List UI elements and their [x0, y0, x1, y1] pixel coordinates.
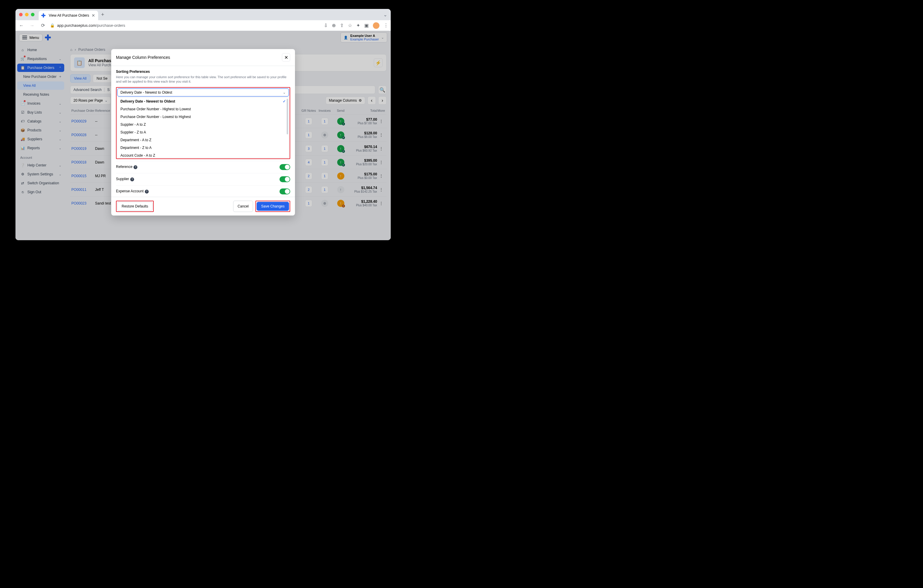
sort-option[interactable]: Supplier - Z to A: [117, 128, 289, 136]
toggle-reference: Reference?: [116, 161, 290, 173]
help-icon[interactable]: ?: [130, 177, 134, 181]
highlight-select-area: Delivery Date - Newest to Oldest ⌄ Deliv…: [116, 87, 290, 159]
highlight-restore: Restore Defaults: [116, 200, 154, 212]
tab-title: View All Purchase Orders: [49, 13, 89, 18]
url-bar: ← → ⟳ 🔒 app.purchaseplus.com/purchase-or…: [15, 20, 391, 31]
bookmark-icon[interactable]: ☆: [348, 23, 352, 28]
save-changes-button[interactable]: Save Changes: [256, 202, 289, 211]
lock-icon: 🔒: [50, 23, 55, 28]
check-icon: ✓: [283, 99, 286, 103]
url-host: app.purchaseplus.com: [57, 23, 96, 28]
cancel-button[interactable]: Cancel: [233, 200, 253, 212]
toggle-expense-switch[interactable]: [279, 189, 290, 194]
app-root: Menu 👤 Example User A Example Purchaser …: [15, 31, 391, 240]
titlebar: View All Purchase Orders ✕ + ⌄: [15, 9, 391, 20]
window-controls: [19, 13, 34, 16]
browser-tab[interactable]: View All Purchase Orders ✕: [39, 11, 98, 20]
back-button[interactable]: ←: [18, 22, 25, 29]
sort-option[interactable]: Account Code - A to Z: [117, 152, 289, 158]
browser-window: View All Purchase Orders ✕ + ⌄ ← → ⟳ 🔒 a…: [15, 9, 391, 240]
modal-header: Manage Column Preferences ✕: [111, 49, 295, 66]
sort-select[interactable]: Delivery Date - Newest to Oldest ⌄: [117, 88, 289, 97]
profile-avatar[interactable]: [373, 22, 379, 29]
manage-columns-modal: Manage Column Preferences ✕ Sorting Pref…: [111, 49, 295, 215]
highlight-save: Save Changes: [255, 200, 290, 212]
share-icon[interactable]: ⇪: [340, 23, 344, 28]
extensions-icon[interactable]: ✦: [356, 23, 360, 28]
sort-select-value: Delivery Date - Newest to Oldest: [120, 90, 172, 95]
toggle-reference-switch[interactable]: [279, 164, 290, 170]
address-bar[interactable]: 🔒 app.purchaseplus.com/purchase-orders: [50, 23, 320, 28]
modal-close-button[interactable]: ✕: [282, 53, 290, 62]
restore-defaults-button[interactable]: Restore Defaults: [117, 202, 153, 211]
toggle-supplier-switch[interactable]: [279, 176, 290, 182]
maximize-window[interactable]: [31, 13, 34, 16]
modal-body: Sorting Preferences Here you can manage …: [111, 66, 295, 197]
favicon-icon: [41, 13, 46, 18]
sort-option[interactable]: Supplier - A to Z: [117, 121, 289, 128]
sort-option[interactable]: Purchase Order Number - Highest to Lowes…: [117, 105, 289, 113]
sort-option[interactable]: Department - Z to A: [117, 144, 289, 152]
kebab-menu-icon[interactable]: ⋮: [384, 23, 388, 28]
minimize-window[interactable]: [25, 13, 28, 16]
sort-option[interactable]: Delivery Date - Newest to Oldest✓: [117, 97, 289, 105]
toggle-supplier: Supplier?: [116, 173, 290, 185]
browser-toolbar-icons: ⇩ ⊕ ⇪ ☆ ✦ ▣ ⋮: [324, 22, 388, 29]
forward-button[interactable]: →: [28, 22, 36, 29]
modal-title: Manage Column Preferences: [116, 55, 170, 60]
sort-dropdown: Delivery Date - Newest to Oldest✓Purchas…: [117, 97, 289, 158]
new-tab-button[interactable]: +: [101, 11, 104, 18]
reload-button[interactable]: ⟳: [39, 22, 46, 29]
sort-option[interactable]: Department - A to Z: [117, 136, 289, 144]
sort-heading: Sorting Preferences: [116, 69, 290, 74]
download-icon[interactable]: ⇩: [324, 23, 328, 28]
help-icon[interactable]: ?: [133, 165, 137, 169]
modal-footer: Restore Defaults Cancel Save Changes: [111, 197, 295, 215]
close-icon: ✕: [284, 55, 288, 60]
url-path: /purchase-orders: [96, 23, 125, 28]
help-icon[interactable]: ?: [145, 190, 149, 194]
toggle-expense: Expense Account?: [116, 185, 290, 197]
zoom-icon[interactable]: ⊕: [332, 23, 336, 28]
close-tab-icon[interactable]: ✕: [92, 13, 95, 18]
close-window[interactable]: [19, 13, 23, 16]
sort-option[interactable]: Purchase Order Number - Lowest to Highes…: [117, 113, 289, 121]
dropdown-scrollbar[interactable]: [287, 99, 288, 135]
tab-chevron-icon[interactable]: ⌄: [383, 12, 387, 18]
chevron-down-icon: ⌄: [283, 90, 286, 95]
sort-description: Here you can manage your column sort pre…: [116, 75, 290, 84]
sidepanel-icon[interactable]: ▣: [364, 23, 369, 28]
